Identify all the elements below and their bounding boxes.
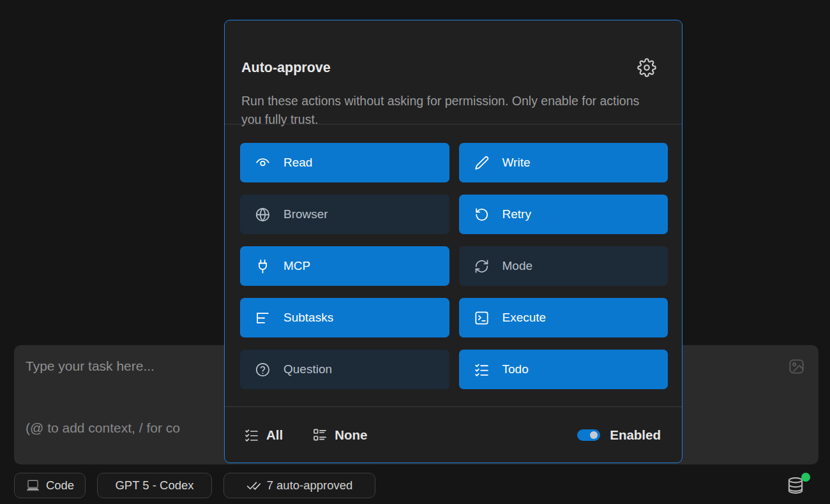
gear-icon (637, 58, 656, 77)
action-label: Mode (502, 259, 533, 273)
enabled-toggle[interactable] (577, 429, 600, 441)
checklist-icon (244, 427, 259, 443)
action-label: Write (502, 156, 531, 170)
auto-approved-summary-button[interactable]: 7 auto-approved (223, 473, 375, 498)
dialog-title: Auto-approve (241, 60, 331, 76)
laptop-icon (26, 478, 40, 493)
terminal-icon (474, 310, 490, 326)
attach-image-button[interactable] (788, 358, 805, 375)
action-subtasks[interactable]: Subtasks (240, 298, 449, 337)
list-squares-icon (312, 427, 328, 443)
action-label: MCP (283, 259, 310, 273)
action-label: Retry (502, 207, 531, 221)
plug-icon (255, 258, 271, 274)
select-all-label: All (266, 427, 283, 443)
action-label: Read (283, 156, 312, 170)
retry-icon (474, 207, 490, 223)
globe-icon (255, 207, 271, 223)
action-label: Execute (502, 311, 547, 325)
action-read[interactable]: Read (240, 143, 449, 182)
mode-selector-label: Code (46, 478, 74, 493)
task-input-placeholder: Type your task here... (26, 359, 155, 374)
enabled-toggle-group: Enabled (577, 427, 661, 443)
eye-icon (255, 155, 271, 171)
model-selector-label: GPT 5 - Codex (115, 478, 193, 493)
action-mode[interactable]: Mode (459, 246, 668, 286)
action-grid: ReadWriteBrowserRetryMCPModeSubtasksExec… (240, 143, 668, 389)
status-dot (801, 473, 810, 482)
question-icon (255, 362, 271, 378)
app-background: { "colors": { "accent_blue": "#0b78d0", … (0, 0, 830, 504)
sync-icon (474, 258, 490, 274)
dialog-footer: All None Enabled (225, 407, 682, 463)
action-question[interactable]: Question (240, 350, 449, 389)
action-label: Todo (502, 362, 529, 376)
action-todo[interactable]: Todo (459, 350, 668, 389)
model-selector[interactable]: GPT 5 - Codex (97, 473, 212, 498)
list-tree-icon (255, 310, 271, 326)
select-all-button[interactable]: All (244, 427, 283, 443)
toggle-knob (590, 431, 598, 439)
action-label: Question (283, 362, 332, 376)
settings-button[interactable] (637, 58, 656, 77)
pencil-icon (474, 155, 490, 171)
header-divider (225, 124, 682, 124)
enabled-toggle-label: Enabled (610, 427, 661, 443)
auto-approved-summary-label: 7 auto-approved (267, 478, 353, 493)
action-label: Browser (283, 207, 328, 221)
action-label: Subtasks (283, 311, 333, 325)
select-none-button[interactable]: None (312, 427, 367, 443)
mode-selector-code[interactable]: Code (14, 473, 86, 498)
double-check-icon (246, 478, 261, 493)
action-execute[interactable]: Execute (459, 298, 668, 337)
image-icon (788, 358, 805, 375)
select-none-label: None (335, 427, 367, 443)
action-mcp[interactable]: MCP (240, 246, 449, 286)
auto-approve-dialog: Auto-approve Run these actions without a… (224, 20, 683, 463)
action-write[interactable]: Write (459, 143, 668, 182)
action-browser[interactable]: Browser (240, 195, 449, 234)
checklist-icon (474, 362, 490, 378)
action-retry[interactable]: Retry (459, 195, 668, 234)
task-input-hint: (@ to add context, / for co (26, 420, 180, 436)
